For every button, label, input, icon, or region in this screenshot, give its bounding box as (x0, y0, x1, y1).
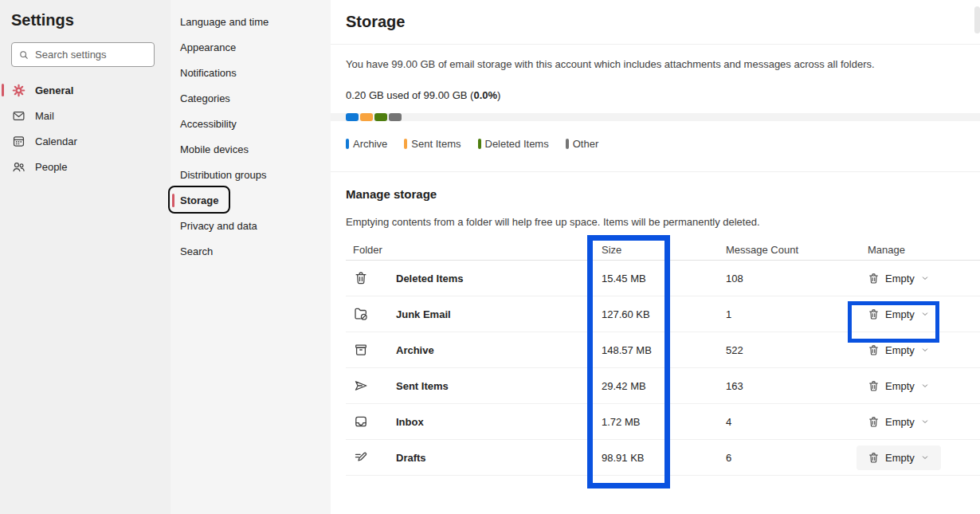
category-item[interactable]: Storage (171, 187, 331, 213)
trash-icon (868, 452, 880, 464)
storage-description: You have 99.00 GB of email storage with … (346, 58, 980, 71)
category-item[interactable]: Categories (171, 85, 331, 111)
empty-button[interactable]: Empty (857, 445, 941, 470)
column-header-size: Size (602, 244, 726, 256)
table-row: Sent Items 29.42 MB 163 Empty (346, 368, 980, 404)
empty-button[interactable]: Empty (857, 410, 941, 434)
folder-size: 1.72 MB (602, 416, 726, 428)
category-label: Storage (180, 194, 218, 206)
empty-button[interactable]: Empty (857, 374, 941, 398)
empty-button-label: Empty (885, 273, 915, 284)
table-row: Archive 148.57 MB 522 Empty (346, 332, 980, 368)
folder-message-count: 163 (726, 380, 868, 392)
sidebar-nav-item[interactable]: People (0, 154, 171, 179)
send-icon (354, 379, 368, 393)
legend-label: Sent Items (411, 138, 461, 150)
scrollbar-thumb[interactable] (974, 6, 980, 33)
folder-message-count: 522 (726, 344, 868, 356)
category-label: Accessibility (180, 118, 237, 130)
category-label: Language and time (180, 16, 269, 28)
progress-segment (360, 113, 373, 121)
chevron-down-icon (920, 381, 930, 390)
trash-icon (868, 308, 880, 320)
folder-size: 15.45 MB (602, 273, 726, 284)
folder-name: Inbox (396, 416, 424, 428)
selection-bar (2, 84, 4, 96)
sidebar-nav-label: Calendar (35, 135, 77, 147)
trash-icon (868, 344, 880, 356)
folder-name: Drafts (396, 452, 426, 464)
empty-button-label: Empty (885, 416, 915, 428)
category-label: Distribution groups (180, 169, 266, 181)
folder-message-count: 1 (726, 308, 868, 320)
search-icon (18, 49, 29, 61)
folder-name: Deleted Items (396, 273, 464, 284)
empty-button[interactable]: Empty (857, 302, 941, 327)
chevron-down-icon (920, 309, 930, 319)
settings-sidebar: Settings General Mail Calendar (0, 0, 171, 514)
search-input[interactable] (35, 49, 147, 61)
junk-folder-icon (354, 307, 368, 321)
legend-item: Sent Items (404, 138, 461, 150)
empty-button[interactable]: Empty (857, 266, 941, 291)
category-label: Appearance (180, 41, 236, 53)
sidebar-nav-item[interactable]: Calendar (0, 128, 171, 154)
folders-table: Folder Size Message Count Manage Deleted… (346, 239, 980, 476)
storage-legend: Archive Sent Items Deleted Items Other (346, 138, 980, 150)
category-item[interactable]: Appearance (171, 34, 331, 60)
legend-item: Deleted Items (478, 138, 549, 150)
legend-marker (566, 139, 569, 149)
category-label: Notifications (180, 67, 237, 79)
usage-summary: 0.20 GB used of 99.00 GB (0.0%) (346, 89, 980, 101)
folder-message-count: 108 (726, 273, 868, 284)
selection-bar (172, 194, 174, 207)
trash-icon (868, 273, 880, 284)
column-header-manage: Manage (868, 244, 980, 256)
search-input-wrapper[interactable] (11, 42, 155, 67)
legend-label: Archive (353, 138, 387, 150)
sidebar-nav-label: People (35, 161, 67, 173)
calendar-icon (12, 135, 25, 148)
column-header-folder: Folder (346, 244, 602, 256)
progress-segment (374, 113, 387, 121)
category-item[interactable]: Distribution groups (171, 162, 331, 187)
manage-storage-title: Manage storage (346, 187, 980, 201)
folder-size: 127.60 KB (602, 308, 726, 320)
trash-icon (868, 380, 880, 392)
category-item[interactable]: Language and time (171, 9, 331, 34)
category-item[interactable]: Privacy and data (171, 213, 331, 238)
category-item[interactable]: Mobile devices (171, 136, 331, 162)
page-title: Storage (346, 10, 980, 33)
divider (331, 171, 980, 172)
category-item[interactable]: Search (171, 238, 331, 264)
sidebar-nav-label: General (35, 84, 73, 96)
folder-name: Sent Items (396, 380, 449, 392)
progress-segment (389, 113, 402, 121)
folder-size: 29.42 MB (602, 380, 726, 392)
folder-name: Archive (396, 344, 434, 356)
category-label: Search (180, 245, 213, 257)
storage-panel: Storage You have 99.00 GB of email stora… (331, 0, 980, 514)
sidebar-nav-item[interactable]: General (0, 77, 171, 103)
category-item[interactable]: Accessibility (171, 111, 331, 136)
empty-button[interactable]: Empty (857, 338, 941, 363)
inbox-icon (354, 414, 368, 429)
empty-button-label: Empty (885, 452, 915, 464)
legend-marker (404, 139, 407, 149)
chevron-down-icon (920, 273, 930, 283)
category-item[interactable]: Notifications (171, 60, 331, 85)
chevron-down-icon (920, 345, 930, 355)
sidebar-nav-item[interactable]: Mail (0, 103, 171, 128)
folder-size: 148.57 MB (602, 344, 726, 356)
legend-label: Other (573, 138, 599, 150)
storage-progress-bar (331, 113, 980, 121)
empty-button-label: Empty (885, 344, 915, 356)
legend-item: Archive (346, 138, 387, 150)
folder-name: Junk Email (396, 308, 451, 320)
archive-icon (354, 343, 368, 357)
manage-storage-description: Emptying contents from a folder will hel… (346, 216, 980, 228)
category-list: Language and time Appearance Notificatio… (171, 0, 331, 514)
sidebar-nav-label: Mail (35, 110, 54, 122)
column-header-count: Message Count (726, 244, 868, 256)
mail-icon (12, 109, 25, 123)
